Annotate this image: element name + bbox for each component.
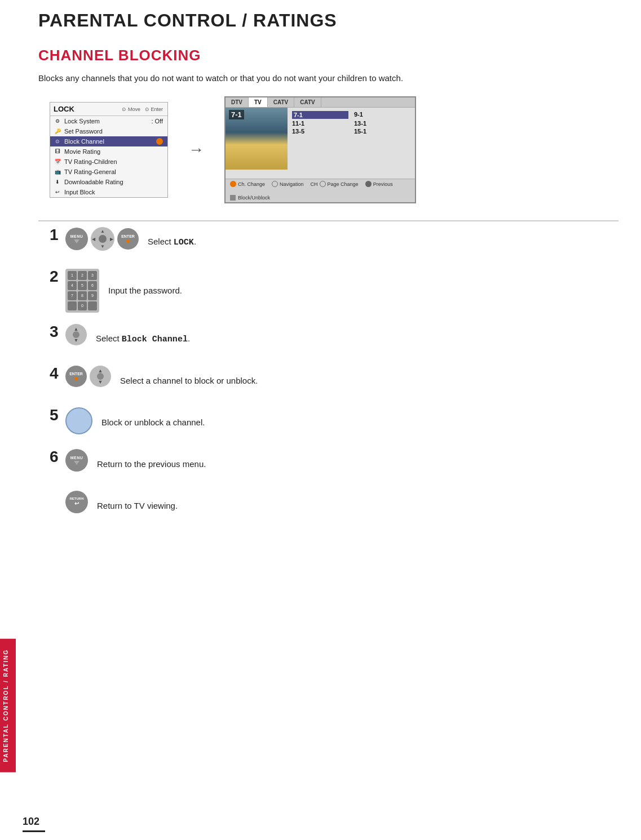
block-unblock-bar: Block/Unblock	[230, 195, 270, 201]
step-1-text: Select LOCK.	[148, 235, 196, 248]
channel-item-7-1[interactable]: 7-1	[292, 111, 348, 119]
menu-button-arrow	[74, 239, 79, 243]
channel-item-13-5[interactable]: 13-5	[292, 128, 348, 135]
step-5-number: 5	[50, 407, 62, 423]
lock-system-value: : Off	[151, 118, 163, 125]
channel-screen-footer: Ch. Change Navigation CH Page Change Pre…	[226, 179, 415, 202]
step-return-icons: RETURN ↩	[65, 491, 88, 513]
block-channel-label: Block Channel	[64, 138, 153, 145]
page-number-bar	[23, 830, 45, 832]
lock-menu-title: LOCK	[54, 105, 74, 113]
key-3[interactable]: 3	[88, 271, 97, 280]
menu-button-label: MENU	[70, 234, 83, 238]
ch-label: CH	[311, 181, 318, 187]
step-6-text: Return to the previous menu.	[97, 458, 206, 470]
tab-catv2[interactable]: CATV	[294, 97, 321, 107]
lock-menu: LOCK ⊙ Move ⊙ Enter ⚙ Lock System : Off …	[50, 102, 168, 198]
menu-button-6-label: MENU	[70, 456, 83, 460]
key-0[interactable]: 0	[78, 301, 87, 310]
channel-screen: DTV TV CATV CATV 7-1 7-1 9-1 11-1	[224, 96, 416, 203]
download-icon: ⬇	[54, 178, 61, 186]
block-unblock-label: Block/Unblock	[238, 195, 270, 201]
key-blank2	[88, 301, 97, 310]
menu-row-block-channel[interactable]: ⊙ Block Channel	[50, 136, 167, 146]
channel-item-9-1[interactable]: 9-1	[354, 111, 410, 119]
return-button[interactable]: RETURN ↩	[65, 491, 88, 513]
downloadable-rating-label: Downloadable Rating	[64, 179, 163, 185]
tv-rating-general-label: TV Rating-General	[64, 168, 163, 175]
nav-ud-circle-3[interactable]	[65, 324, 87, 345]
menu-button-6-arrow	[74, 461, 79, 465]
diagrams: LOCK ⊙ Move ⊙ Enter ⚙ Lock System : Off …	[16, 96, 641, 215]
step-3-number: 3	[50, 324, 62, 340]
tv-rating-children-label: TV Rating-Children	[64, 158, 163, 165]
nav-icon	[272, 181, 278, 187]
footer-page-change: CH Page Change	[311, 181, 359, 187]
enter-button-4[interactable]: ENTER	[65, 366, 87, 387]
lock-system-label: Lock System	[64, 118, 148, 125]
enter-label-4: ENTER	[69, 372, 83, 376]
ch-change-icon	[230, 181, 236, 187]
arrow-right: →	[188, 141, 204, 159]
step-6-number: 6	[50, 449, 62, 465]
enter-dot-4	[74, 377, 78, 380]
menu-button[interactable]: MENU	[65, 228, 88, 250]
channel-number-overlay: 7-1	[229, 110, 244, 119]
channel-thumbnail: 7-1	[226, 108, 288, 170]
channel-item-13-1[interactable]: 13-1	[354, 120, 410, 127]
key-8[interactable]: 8	[78, 291, 87, 300]
key-6[interactable]: 6	[88, 281, 97, 290]
nav-ud-circle-4[interactable]	[90, 366, 111, 387]
block-icon: ⊙	[54, 137, 61, 145]
hint-nav-icon: ⊙ Move	[122, 106, 140, 112]
step-4-number: 4	[50, 366, 62, 381]
step-5-icons	[65, 407, 92, 434]
previous-label: Previous	[373, 181, 393, 187]
full-page: PARENTAL CONTROL / RATING PARENTAL CONTR…	[0, 0, 641, 840]
footer-previous: Previous	[365, 181, 393, 187]
numpad[interactable]: 1 2 3 4 5 6 7 8 9 0	[65, 269, 99, 313]
tab-catv[interactable]: CATV	[268, 97, 294, 107]
key-7[interactable]: 7	[68, 291, 77, 300]
step-5: 5 Block or unblock a channel.	[50, 407, 618, 438]
nav-left: ◀	[92, 236, 95, 241]
page-header: PARENTAL CONTROL / RATINGS	[16, 0, 641, 37]
menu-button-6[interactable]: MENU	[65, 449, 88, 472]
channel-item-15-1[interactable]: 15-1	[354, 128, 410, 135]
key-2[interactable]: 2	[78, 271, 87, 280]
nav-lr: ◀ ▶	[91, 236, 114, 241]
enter-button-1[interactable]: ENTER	[117, 228, 139, 250]
nav-circle-1[interactable]: ◀ ▶	[91, 227, 114, 251]
channel-item-11-1[interactable]: 11-1	[292, 120, 348, 127]
page-number: 102	[23, 816, 39, 828]
key-9[interactable]: 9	[88, 291, 97, 300]
tab-tv[interactable]: TV	[249, 97, 268, 107]
channel-screen-body: 7-1 7-1 9-1 11-1 13-1 13-5 15-1	[226, 108, 415, 179]
footer-ch-change: Ch. Change	[230, 181, 265, 187]
step-2: 2 1 2 3 4 5 6 7 8 9 0	[50, 269, 618, 313]
step-3-icons	[65, 324, 87, 345]
nav-right: ▶	[110, 236, 113, 241]
film-icon: 🎞	[54, 148, 61, 155]
ch-change-label: Ch. Change	[238, 181, 265, 187]
key-1[interactable]: 1	[68, 271, 77, 280]
lock-menu-hints: ⊙ Move ⊙ Enter	[122, 106, 163, 112]
description: Blocks any channels that you do not want…	[16, 68, 641, 96]
menu-row-lock-system: ⚙ Lock System : Off	[50, 116, 167, 126]
blue-oval-button[interactable]	[65, 407, 92, 434]
side-label: PARENTAL CONTROL / RATING	[0, 639, 16, 772]
page-title: PARENTAL CONTROL / RATINGS	[38, 10, 618, 31]
step-3-text: Select Block Channel.	[96, 332, 190, 345]
key-5[interactable]: 5	[78, 281, 87, 290]
step-3-bold: Block Channel	[122, 335, 188, 344]
tab-dtv[interactable]: DTV	[226, 97, 249, 107]
step-4: 4 ENTER Select a channel to block or unb…	[50, 366, 618, 396]
movie-rating-label: Movie Rating	[64, 148, 163, 155]
nav-ud-inner-3	[73, 331, 79, 338]
key-4[interactable]: 4	[68, 281, 77, 290]
step-2-text: Input the password.	[108, 285, 182, 296]
set-password-label: Set Password	[64, 128, 163, 135]
tv-icon: 📺	[54, 168, 61, 176]
return-icon: ↩	[74, 500, 79, 506]
channel-screen-tabs: DTV TV CATV CATV	[226, 97, 415, 108]
